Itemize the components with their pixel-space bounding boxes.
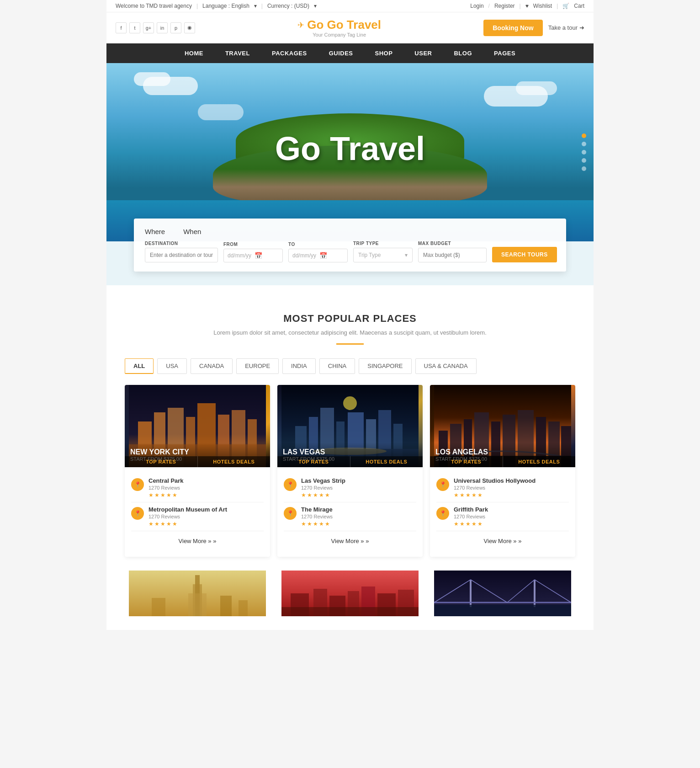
cart-icon: 🛒 — [562, 3, 569, 9]
card-image-lv: LAS VEGAS START FROM $375.00 TOP RATES H… — [277, 385, 423, 467]
from-date-field: FROM dd/mm/yy 📅 — [223, 242, 283, 262]
cart-link[interactable]: Cart — [574, 3, 584, 9]
attraction-griffith: 📍 Griffith Park 1270 Reviews ★★★★★ — [436, 502, 569, 531]
nyc-view-more: View More » — [131, 531, 264, 550]
strip-reviews: 1270 Reviews — [301, 485, 416, 491]
budget-label: MAX BUDGET — [418, 241, 487, 246]
pinterest-icon[interactable]: p — [170, 22, 181, 33]
nav-shop[interactable]: SHOP — [364, 43, 404, 63]
filter-tab-canada[interactable]: CANADA — [191, 358, 233, 374]
nav-travel[interactable]: TRAVEL — [214, 43, 261, 63]
la-card-content: 📍 Universal Studios Hollywood 1270 Revie… — [430, 467, 575, 557]
cloud-4 — [516, 81, 557, 95]
svg-point-11 — [343, 396, 357, 410]
slider-dot-1[interactable] — [582, 133, 586, 138]
la-top-rates-tab[interactable]: TOP RATES — [430, 456, 503, 467]
take-tour-link[interactable]: Take a tour ➜ — [548, 24, 584, 31]
nyc-card-content: 📍 Central Park 1270 Reviews ★★★★★ 📍 Metr… — [125, 467, 270, 557]
slider-dot-2[interactable] — [582, 142, 586, 146]
nyc-top-rates-tab[interactable]: TOP RATES — [125, 456, 197, 467]
language-selector[interactable]: Language : English — [202, 3, 249, 9]
location-icon-4: 📍 — [284, 507, 297, 520]
to-date-input[interactable]: dd/mm/yy 📅 — [288, 249, 348, 262]
met-stars: ★★★★★ — [148, 521, 264, 527]
google-plus-icon[interactable]: g+ — [143, 22, 154, 33]
logo: ✈ Go Go Travel Your Company Tag Line — [297, 18, 381, 37]
youtube-icon[interactable]: ◉ — [184, 22, 195, 33]
slider-dot-3[interactable] — [582, 150, 586, 155]
lv-top-rates-tab[interactable]: TOP RATES — [277, 456, 350, 467]
strip-name: Las Vegas Strip — [301, 477, 416, 484]
mirage-name: The Mirage — [301, 506, 416, 513]
attraction-met: 📍 Metropolitan Museum of Art 1270 Review… — [131, 502, 264, 531]
filter-tab-europe[interactable]: EUROPE — [236, 358, 279, 374]
from-date-input[interactable]: dd/mm/yy 📅 — [223, 249, 283, 262]
la-city-name: LOS ANGELAS — [435, 448, 570, 456]
trip-type-select[interactable]: Trip Type ▾ — [353, 248, 413, 262]
la-hotels-tab[interactable]: HOTELS DEALS — [503, 456, 576, 467]
currency-selector[interactable]: Currency : (USD) — [267, 3, 309, 9]
search-button[interactable]: SEARCH TOURS — [492, 247, 557, 262]
bottom-cards-row — [106, 571, 594, 630]
instagram-icon[interactable]: in — [157, 22, 168, 33]
filter-tab-usa-canada[interactable]: USA & CANADA — [415, 358, 477, 374]
attraction-strip: 📍 Las Vegas Strip 1270 Reviews ★★★★★ — [284, 474, 416, 502]
budget-input[interactable] — [418, 248, 487, 262]
griffith-stars: ★★★★★ — [454, 521, 569, 527]
trip-type-label: TRIP TYPE — [353, 241, 413, 246]
mirage-info: The Mirage 1270 Reviews ★★★★★ — [301, 506, 416, 527]
to-date-field: TO dd/mm/yy 📅 — [288, 242, 348, 262]
filter-tab-usa[interactable]: USA — [157, 358, 187, 374]
destination-field: DESTINATION — [145, 241, 218, 262]
svg-rect-58 — [434, 605, 571, 616]
header-actions: Booking Now Take a tour ➜ — [483, 20, 584, 36]
destination-input[interactable] — [145, 248, 218, 262]
main-nav: HOME TRAVEL PACKAGES GUIDES SHOP USER BL… — [106, 43, 594, 63]
filter-tab-singapore[interactable]: SINGAPORE — [359, 358, 411, 374]
slider-dot-4[interactable] — [582, 158, 586, 163]
attraction-central-park: 📍 Central Park 1270 Reviews ★★★★★ — [131, 474, 264, 502]
popular-section-title: MOST POPULAR PLACES — [106, 313, 594, 325]
nav-guides[interactable]: GUIDES — [318, 43, 364, 63]
filter-tabs: ALL USA CANADA EUROPE INDIA CHINA SINGAP… — [106, 358, 594, 374]
plane-icon: ✈ — [297, 20, 304, 30]
booking-button[interactable]: Booking Now — [483, 20, 542, 36]
place-card-nyc: NEW YORK CITY START FROM $375.00 TOP RAT… — [125, 385, 270, 557]
strip-stars: ★★★★★ — [301, 492, 416, 498]
wishlist-link[interactable]: Wishlist — [533, 3, 552, 9]
nav-blog[interactable]: BLOG — [443, 43, 483, 63]
slider-dot-5[interactable] — [582, 166, 586, 171]
nav-home[interactable]: HOME — [174, 43, 214, 63]
mirage-stars: ★★★★★ — [301, 521, 416, 527]
location-icon-6: 📍 — [436, 507, 449, 520]
la-view-more-link[interactable]: View More » — [484, 538, 522, 544]
nyc-view-more-link[interactable]: View More » — [179, 538, 217, 544]
register-link[interactable]: Register — [494, 3, 515, 9]
cloud-2 — [134, 72, 170, 86]
hero-section: Go Travel — [106, 63, 594, 241]
la-view-more: View More » — [436, 531, 569, 550]
logo-text: Go Go Travel — [307, 18, 381, 32]
lv-view-more-link[interactable]: View More » — [331, 538, 369, 544]
wishlist-icon: ♥ — [525, 3, 529, 9]
nav-user[interactable]: USER — [403, 43, 443, 63]
filter-tab-india[interactable]: INDIA — [282, 358, 316, 374]
twitter-icon[interactable]: t — [129, 22, 140, 33]
filter-tab-all[interactable]: ALL — [125, 358, 154, 374]
facebook-icon[interactable]: f — [116, 22, 127, 33]
nav-pages[interactable]: PAGES — [483, 43, 526, 63]
universal-name: Universal Studios Hollywood — [454, 477, 569, 484]
universal-info: Universal Studios Hollywood 1270 Reviews… — [454, 477, 569, 498]
central-park-info: Central Park 1270 Reviews ★★★★★ — [148, 477, 264, 498]
to-label: TO — [288, 242, 348, 247]
filter-tab-china[interactable]: CHINA — [319, 358, 355, 374]
met-info: Metropolitan Museum of Art 1270 Reviews … — [148, 506, 264, 527]
lv-city-name: LAS VEGAS — [283, 448, 417, 456]
europe-scene — [277, 571, 423, 616]
nyc-hotels-tab[interactable]: HOTELS DEALS — [197, 456, 270, 467]
lv-hotels-tab[interactable]: HOTELS DEALS — [350, 456, 423, 467]
bottom-card-dubai — [125, 571, 270, 616]
login-link[interactable]: Login — [470, 3, 483, 9]
nav-packages[interactable]: PACKAGES — [261, 43, 318, 63]
universal-reviews: 1270 Reviews — [454, 485, 569, 491]
